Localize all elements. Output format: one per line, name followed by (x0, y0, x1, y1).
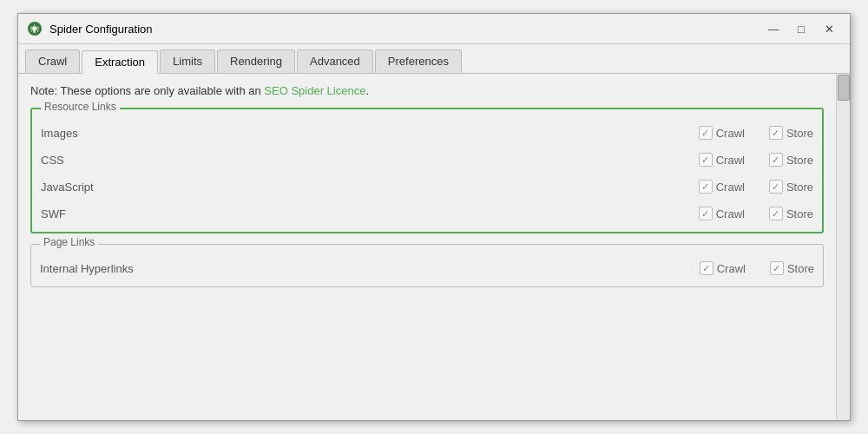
tab-bar: Crawl Extraction Limits Rendering Advanc… (18, 44, 850, 74)
css-row: CSS Crawl Store (41, 146, 813, 173)
internal-hyperlinks-store-wrap: Store (770, 261, 814, 275)
main-panel: Note: These options are only available w… (18, 74, 836, 420)
javascript-label: JavaScript (41, 181, 699, 194)
internal-hyperlinks-store-checkbox[interactable] (770, 261, 784, 275)
javascript-checkboxes: Crawl Store (699, 180, 813, 194)
internal-hyperlinks-row: Internal Hyperlinks Crawl Store (40, 255, 814, 281)
content-area: Note: These options are only available w… (18, 74, 850, 420)
css-store-wrap: Store (769, 153, 813, 167)
title-bar: 🕷 Spider Configuration — □ ✕ (18, 14, 850, 44)
scrollbar-thumb[interactable] (838, 75, 850, 101)
images-store-label: Store (786, 127, 813, 140)
tab-limits[interactable]: Limits (160, 49, 215, 73)
images-store-wrap: Store (769, 126, 813, 140)
css-checkboxes: Crawl Store (699, 153, 813, 167)
images-store-checkbox[interactable] (769, 126, 783, 140)
javascript-crawl-wrap: Crawl (699, 180, 745, 194)
images-crawl-checkbox[interactable] (699, 126, 713, 140)
close-button[interactable]: ✕ (817, 19, 841, 38)
swf-store-wrap: Store (769, 207, 813, 220)
internal-hyperlinks-crawl-wrap: Crawl (700, 261, 746, 275)
resource-links-legend: Resource Links (41, 101, 120, 113)
resource-links-group: Resource Links Images Crawl (30, 108, 824, 233)
seo-licence-link[interactable]: SEO Spider Licence (264, 84, 365, 97)
css-crawl-checkbox[interactable] (699, 153, 713, 167)
swf-crawl-checkbox[interactable] (699, 207, 713, 220)
swf-store-checkbox[interactable] (769, 207, 783, 220)
javascript-store-label: Store (786, 181, 813, 194)
page-links-legend: Page Links (40, 236, 98, 248)
window-controls: — □ ✕ (761, 19, 841, 38)
tab-advanced[interactable]: Advanced (297, 49, 373, 73)
javascript-store-checkbox[interactable] (769, 180, 783, 194)
scrollbar-track[interactable] (836, 74, 850, 420)
swf-crawl-wrap: Crawl (699, 207, 745, 220)
css-store-label: Store (786, 154, 813, 167)
tab-crawl[interactable]: Crawl (25, 49, 80, 73)
maximize-button[interactable]: □ (789, 19, 813, 38)
swf-row: SWF Crawl Store (41, 200, 813, 227)
swf-label: SWF (41, 207, 699, 220)
swf-store-label: Store (786, 207, 813, 220)
internal-hyperlinks-checkboxes: Crawl Store (700, 261, 814, 275)
window-title: Spider Configuration (49, 23, 153, 36)
internal-hyperlinks-store-label: Store (787, 262, 814, 275)
note-suffix: . (365, 84, 369, 97)
images-crawl-wrap: Crawl (699, 126, 745, 140)
images-crawl-label: Crawl (716, 127, 745, 140)
images-label: Images (41, 127, 699, 140)
tab-extraction[interactable]: Extraction (82, 50, 158, 74)
images-row: Images Crawl Store (41, 120, 813, 146)
swf-checkboxes: Crawl Store (699, 207, 813, 220)
tab-preferences[interactable]: Preferences (375, 49, 462, 73)
images-checkboxes: Crawl Store (699, 126, 813, 140)
internal-hyperlinks-crawl-checkbox[interactable] (700, 261, 713, 275)
tab-rendering[interactable]: Rendering (217, 49, 295, 73)
resource-links-content: Images Crawl Store (41, 120, 813, 227)
svg-text:🕷: 🕷 (30, 24, 39, 34)
javascript-row: JavaScript Crawl Store (41, 173, 813, 200)
javascript-crawl-checkbox[interactable] (699, 180, 713, 194)
note-prefix: Note: These options are only available w… (30, 84, 264, 97)
minimize-button[interactable]: — (761, 19, 786, 38)
page-links-content: Internal Hyperlinks Crawl Store (40, 255, 814, 281)
css-crawl-label: Crawl (716, 154, 745, 167)
javascript-crawl-label: Crawl (716, 181, 745, 194)
css-crawl-wrap: Crawl (699, 153, 745, 167)
swf-crawl-label: Crawl (716, 207, 745, 220)
page-links-group: Page Links Internal Hyperlinks Crawl (30, 244, 824, 287)
app-icon: 🕷 (27, 21, 43, 36)
title-bar-left: 🕷 Spider Configuration (27, 21, 153, 36)
internal-hyperlinks-crawl-label: Crawl (717, 262, 746, 275)
internal-hyperlinks-label: Internal Hyperlinks (40, 262, 700, 275)
spider-config-window: 🕷 Spider Configuration — □ ✕ Crawl Extra… (17, 13, 851, 421)
css-label: CSS (41, 154, 699, 167)
css-store-checkbox[interactable] (769, 153, 783, 167)
javascript-store-wrap: Store (769, 180, 813, 194)
note-line: Note: These options are only available w… (30, 84, 824, 97)
